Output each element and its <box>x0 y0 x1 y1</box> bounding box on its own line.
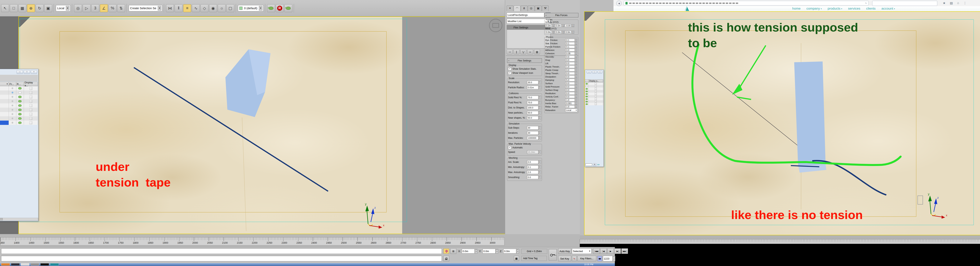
add-time-tag[interactable]: Add Time Tag <box>521 256 547 261</box>
spinner[interactable]: ▲▼ <box>575 69 578 71</box>
frozen-cell[interactable]: ❄ <box>9 103 16 108</box>
renderable-cell[interactable] <box>16 120 24 125</box>
teapot-icon[interactable] <box>585 101 588 102</box>
spin-down-icon[interactable]: ▼ <box>575 80 577 82</box>
spin-down-icon[interactable]: ▼ <box>562 26 564 27</box>
nav-item-account[interactable]: account▾ <box>881 7 895 11</box>
param-field[interactable]: 0.1 <box>527 165 538 169</box>
spin-down-icon[interactable]: ▼ <box>539 177 541 179</box>
spin-up-icon[interactable]: ▲ <box>572 31 574 32</box>
cube-icon[interactable] <box>595 88 597 90</box>
spinner[interactable]: ▲▼ <box>575 65 578 68</box>
teapot-icon[interactable] <box>18 96 22 98</box>
spin-up-icon[interactable]: ▲ <box>562 24 564 26</box>
spin-up-icon[interactable]: ▲ <box>575 95 577 97</box>
teapot-icon[interactable] <box>18 100 22 102</box>
cube-icon[interactable] <box>595 82 597 85</box>
layer-dropdown[interactable]: 0 (default)▼ <box>238 5 263 11</box>
spinner[interactable]: ▲▼ <box>575 49 578 51</box>
spinner[interactable]: ▲▼ <box>575 105 578 108</box>
z-spinner[interactable]: ▲▼ <box>517 249 519 253</box>
spin-down-icon[interactable]: ▼ <box>575 60 577 62</box>
render-production-teapot-icon[interactable] <box>267 4 275 12</box>
spin-up-icon[interactable]: ▲ <box>575 92 577 93</box>
display-as-cell[interactable] <box>24 120 38 125</box>
select-icon[interactable]: ↖ <box>1 4 9 12</box>
scale-icon[interactable]: ▣ <box>44 4 52 12</box>
spin-down-icon[interactable]: ▼ <box>575 103 577 105</box>
select-region-icon[interactable]: □ <box>10 4 18 12</box>
display-as-cell[interactable] <box>24 112 38 116</box>
cube-icon[interactable] <box>29 117 32 120</box>
spin-down-icon[interactable]: ▼ <box>575 54 577 55</box>
renderable-cell[interactable] <box>585 90 589 93</box>
teapot-icon[interactable] <box>18 104 22 107</box>
teapot-icon[interactable] <box>18 122 22 124</box>
spin-up-icon[interactable]: ▲ <box>539 150 541 152</box>
spin-up-icon[interactable]: ▲ <box>539 111 541 113</box>
spinner[interactable]: ▲▼ <box>575 95 578 98</box>
selection-set-combo[interactable]: Create Selection Se▼ <box>129 5 162 11</box>
goto-start-button[interactable]: |◀◀ <box>593 249 600 254</box>
taskbar-firefox-icon[interactable] <box>1 263 10 266</box>
make-unique-icon[interactable]: ⋁ <box>520 49 526 54</box>
cube-icon[interactable] <box>29 100 32 103</box>
param-field[interactable]: 0.01m <box>527 86 538 89</box>
table-row[interactable] <box>585 98 603 100</box>
prev-frame-button[interactable]: |◀ <box>600 249 607 254</box>
table-row[interactable]: ❄ <box>0 86 38 90</box>
teapot-icon[interactable] <box>585 88 588 90</box>
isolate-toggle-button[interactable] <box>443 249 449 254</box>
restore-button[interactable]: □ <box>24 70 30 74</box>
param-field[interactable]: 0.1 <box>565 42 575 45</box>
nav-item-home[interactable]: home <box>792 7 801 11</box>
spinner[interactable]: ▲▼ <box>575 55 578 58</box>
spin-down-icon[interactable]: ▼ <box>575 77 577 78</box>
spinner[interactable]: ▲▼ <box>552 31 555 33</box>
spin-down-icon[interactable]: ▼ <box>539 133 541 135</box>
relaxation-dropdown[interactable]: Local▾ <box>565 109 578 112</box>
time-ruler[interactable]: 1350140014501500155016001650170017501800… <box>0 237 504 245</box>
y-spinner[interactable]: ▲▼ <box>496 249 498 253</box>
param-field[interactable]: 30 <box>527 126 538 130</box>
param-field[interactable]: 0.0 <box>565 49 575 51</box>
spinner[interactable]: ▲▼ <box>538 176 541 179</box>
spinner[interactable]: ▲▼ <box>572 24 574 27</box>
spin-up-icon[interactable]: ▲ <box>572 24 574 26</box>
param-field[interactable]: 0.0 <box>565 95 575 98</box>
param-field[interactable]: 0.0 <box>565 89 575 92</box>
cube-icon[interactable] <box>29 108 32 111</box>
maxscript-mini-listener[interactable] <box>1 249 442 254</box>
spin-down-icon[interactable]: ▼ <box>539 118 541 119</box>
param-field[interactable]: 0.0 <box>565 72 575 75</box>
teapot-icon[interactable] <box>585 93 588 95</box>
spin-down-icon[interactable]: ▼ <box>539 128 541 129</box>
spin-down-icon[interactable]: ▼ <box>539 138 541 139</box>
cube-icon[interactable] <box>595 95 597 98</box>
chevron-down-icon[interactable]: ▼ <box>158 6 161 11</box>
x-spinner[interactable]: ▲▼ <box>475 249 477 253</box>
close-button[interactable]: × <box>598 71 602 73</box>
spin-down-icon[interactable]: ▼ <box>575 87 577 88</box>
table-row[interactable]: ❄ <box>0 116 38 120</box>
spin-up-icon[interactable]: ▲ <box>539 131 541 133</box>
name-cell[interactable] <box>0 112 9 116</box>
spin-down-icon[interactable]: ▼ <box>539 152 541 154</box>
display-as-cell[interactable] <box>589 87 603 90</box>
param-field[interactable]: 0.0 <box>565 75 575 78</box>
remove-modifier-icon[interactable]: ∞ <box>527 49 533 54</box>
spin-down-icon[interactable]: ▼ <box>575 97 577 98</box>
schematic-view-icon[interactable]: ◇ <box>200 4 208 12</box>
name-cell[interactable] <box>0 103 9 108</box>
spin-up-icon[interactable]: ▲ <box>575 89 577 90</box>
taskbar-console-icon[interactable] <box>40 263 49 266</box>
spin-down-icon[interactable]: ▼ <box>562 32 564 34</box>
spinner[interactable]: ▲▼ <box>538 160 541 164</box>
spin-down-icon[interactable]: ▼ <box>539 162 541 164</box>
snowflake-icon[interactable]: ❄ <box>11 87 14 90</box>
vector-field[interactable]: 0.0m <box>565 31 571 33</box>
table-row[interactable] <box>585 103 603 105</box>
x-coordinate-field[interactable]: 0.0m <box>462 249 475 253</box>
spinner[interactable]: ▲▼ <box>575 45 578 48</box>
param-field[interactable]: 0.05 <box>565 52 575 55</box>
